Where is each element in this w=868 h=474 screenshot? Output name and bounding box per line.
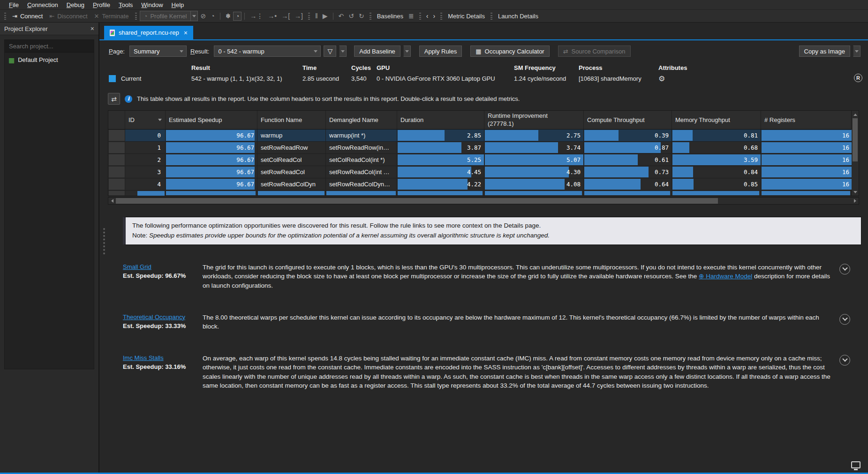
undo-icon[interactable]: ↺ (346, 11, 356, 21)
chevron-down-icon (842, 315, 847, 321)
scroll-up-icon[interactable] (852, 111, 859, 118)
target-monitor-icon[interactable] (851, 461, 860, 468)
menu-connection[interactable]: Connection (23, 1, 62, 9)
menu-window[interactable]: Window (137, 1, 167, 9)
rule-expand-button[interactable] (839, 264, 850, 275)
baseline-header-cycles: Cycles (351, 64, 377, 71)
header-function-name[interactable]: Function Name (257, 111, 326, 129)
header-registers[interactable]: # Registers (761, 111, 852, 129)
baselines-layers-icon[interactable]: ≣ (406, 11, 416, 21)
undo-step-icon[interactable]: ↶ (336, 11, 347, 21)
row-handle[interactable] (108, 178, 125, 190)
disconnect-button[interactable]: ⇤ Disconnect (46, 12, 91, 21)
step-in-icon[interactable]: →⋮ (248, 11, 265, 21)
next-result-icon[interactable]: › (430, 11, 438, 21)
tab-shared-report[interactable]: shared_report.ncu-rep × (104, 26, 193, 39)
rule-expand-button[interactable] (839, 355, 850, 366)
redo-icon[interactable]: ↻ (356, 11, 367, 21)
scrollbar-thumb[interactable] (853, 118, 858, 161)
table-row[interactable]: 196.67setRowReadRowsetRowReadRow(in…3.87… (108, 142, 851, 154)
toolbar-grip[interactable] (370, 13, 371, 20)
step-out-kernel-icon[interactable]: →] (292, 11, 305, 21)
terminate-button[interactable]: ✕ Terminate (91, 12, 132, 21)
header-demangled-name[interactable]: Demangled Name (326, 111, 397, 129)
baseline-color-swatch[interactable] (109, 75, 116, 82)
menu-profile[interactable]: Profile (89, 1, 114, 9)
gear-icon[interactable]: ⚙ (658, 75, 665, 83)
cancel-profile-icon[interactable]: ⊘ (198, 11, 208, 21)
tab-close-icon[interactable]: × (184, 29, 188, 37)
hardware-model-link[interactable]: ⊕ Hardware Model (699, 273, 752, 280)
step-over-icon[interactable]: →• (265, 11, 279, 21)
apply-rules-button[interactable]: Apply Rules (419, 46, 462, 57)
header-compute-throughput[interactable]: Compute Throughput (584, 111, 672, 129)
scroll-right-icon[interactable] (852, 198, 858, 204)
header-runtime-improvement[interactable]: Runtime Improvement (27778.1) (484, 111, 584, 129)
table-vertical-scrollbar[interactable] (852, 110, 859, 196)
menu-debug[interactable]: Debug (62, 1, 89, 9)
freeze-api-icon[interactable]: ❄ (223, 11, 234, 21)
filter-button[interactable]: ▽ (324, 46, 336, 57)
baseline-current-row[interactable]: Current 542 - warmup (1, 1, 1)x(32, 32, … (108, 73, 868, 84)
resume-icon[interactable]: ▶ (320, 11, 330, 21)
page-select[interactable]: Summary (129, 46, 187, 57)
scrollbar-thumb[interactable] (116, 198, 718, 204)
transpose-table-button[interactable]: ⇄ (108, 93, 120, 105)
pane-splitter-grip[interactable] (103, 228, 105, 254)
toolbar-grip[interactable] (440, 13, 442, 20)
rule-link-theoretical-occupancy[interactable]: Theoretical Occupancy (123, 313, 185, 321)
copy-as-image-button[interactable]: Copy as Image (799, 46, 850, 57)
pause-icon[interactable]: ‖ (313, 11, 320, 21)
rule-expand-button[interactable] (839, 314, 850, 325)
close-icon[interactable]: × (91, 25, 94, 32)
source-comparison-button[interactable]: ⇄ Source Comparison (558, 46, 631, 57)
header-estimated-speedup[interactable]: Estimated Speedup (166, 111, 257, 129)
scroll-down-icon[interactable] (852, 189, 859, 195)
profile-series-icon[interactable]: ◔ (233, 12, 242, 21)
launch-details-button[interactable]: Launch Details (495, 13, 541, 20)
copy-as-image-dropdown[interactable] (853, 46, 860, 57)
baselines-label[interactable]: Baselines (374, 13, 406, 20)
row-handle[interactable] (108, 130, 125, 141)
step-into-kernel-icon[interactable]: →[ (279, 11, 292, 21)
table-row[interactable]: 496.67setRowReadColDynsetRowReadColDyn…4… (108, 178, 851, 191)
row-handle[interactable] (108, 166, 125, 178)
profile-launch-icon[interactable]: ◔ (208, 11, 217, 21)
row-handle[interactable] (108, 142, 125, 153)
header-duration[interactable]: Duration (397, 111, 484, 129)
add-baseline-button[interactable]: Add Baseline (354, 46, 400, 57)
toolbar-grip[interactable] (135, 13, 137, 20)
row-handle[interactable] (108, 154, 125, 166)
scroll-left-icon[interactable] (109, 198, 115, 204)
table-row[interactable]: 396.67setRowReadColsetRowReadCol(int …4.… (108, 166, 851, 178)
rule-link-small-grid[interactable]: Small Grid (123, 263, 151, 270)
cell-compute: 0.73 (584, 166, 672, 178)
menu-file[interactable]: File (5, 1, 23, 9)
menu-help[interactable]: Help (167, 1, 189, 9)
toolbar-grip[interactable] (491, 13, 492, 20)
table-row[interactable]: 296.67setColReadColsetColReadCol(int *)5… (108, 154, 851, 166)
header-memory-throughput[interactable]: Memory Throughput (672, 111, 761, 129)
toolbar-grip[interactable] (308, 13, 310, 20)
profile-kernel-dropdown[interactable] (191, 11, 198, 21)
result-select[interactable]: 0 - 542 - warmup (214, 46, 321, 57)
metric-details-button[interactable]: Metric Details (445, 13, 488, 20)
tree-item-default-project[interactable]: ▦ Default Project (5, 53, 94, 67)
menu-tools[interactable]: Tools (114, 1, 137, 9)
table-row[interactable]: 096.67warmupwarmup(int *)2.852.750.390.8… (108, 130, 851, 142)
cell-memory: 0.68 (672, 142, 761, 153)
toolbar-grip[interactable] (419, 13, 421, 20)
add-baseline-dropdown[interactable] (403, 46, 411, 57)
prev-result-icon[interactable]: ‹ (424, 11, 431, 21)
search-input[interactable] (5, 40, 94, 53)
rule-link-imc-miss-stalls[interactable]: Imc Miss Stalls (123, 354, 164, 361)
main-area: shared_report.ncu-rep × Page: Summary Re… (99, 23, 868, 473)
connect-button[interactable]: ⇥ Connect (9, 12, 46, 21)
cell-registers: 16 (761, 166, 852, 178)
table-horizontal-scrollbar[interactable] (108, 197, 859, 205)
occupancy-calculator-button[interactable]: ▦ Occupancy Calculator (470, 46, 549, 57)
profile-kernel-button[interactable]: ◔ Profile Kernel (140, 11, 191, 21)
filter-dropdown[interactable] (339, 46, 347, 57)
toolbar-grip[interactable] (4, 13, 6, 20)
header-id[interactable]: ID (125, 111, 166, 129)
